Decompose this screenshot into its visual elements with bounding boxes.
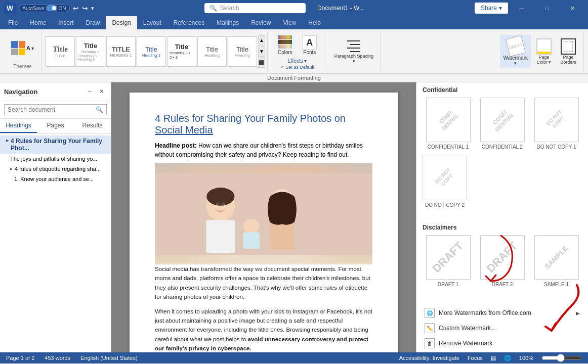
- nav-tab-pages[interactable]: Pages: [37, 119, 74, 133]
- nav-item-3-text: 1. Know your audience and se...: [14, 176, 94, 182]
- wm-more-chevron: ▶: [576, 310, 580, 316]
- colors-button[interactable]: Colors: [275, 33, 296, 57]
- ribbon-content: A ▾ Themes Title TITLE Title Heading 1 H…: [0, 29, 588, 74]
- autosave-toggle[interactable]: [46, 5, 57, 11]
- tab-draw[interactable]: Draw: [79, 16, 106, 29]
- wm-dnc2-label: DO NOT COPY 2: [425, 202, 465, 208]
- word-logo: W: [4, 3, 16, 13]
- share-chevron: ▾: [499, 5, 502, 12]
- wm-conf1-label: CONFIDENTIAL 1: [428, 144, 469, 150]
- style-scroll-buttons: ▲ ▼ ⬛: [258, 35, 265, 68]
- wm-donotcopy-1[interactable]: DO NOTCOPY DO NOT COPY 1: [531, 98, 582, 150]
- style-scroll-more[interactable]: ⬛: [258, 58, 265, 68]
- wm-conf1-thumb: CONFIDENTIAL: [426, 98, 471, 142]
- tab-review[interactable]: Review: [245, 16, 277, 29]
- nav-search-field[interactable]: [8, 106, 96, 113]
- tab-design[interactable]: Design: [106, 16, 137, 29]
- share-button[interactable]: Share ▾: [475, 3, 508, 14]
- style-3[interactable]: Title Heading 1: [137, 36, 166, 67]
- ribbon-group-para-spacing: Paragraph Spacing ▾: [327, 31, 381, 71]
- set-default-button[interactable]: ✓ Set as Default: [280, 65, 314, 70]
- title-bar-search[interactable]: 🔍 Search: [204, 3, 306, 13]
- tab-view[interactable]: View: [277, 16, 303, 29]
- tab-home[interactable]: Home: [24, 16, 52, 29]
- style-5[interactable]: Title Heading: [197, 36, 227, 67]
- zoom-percent[interactable]: 100%: [519, 355, 533, 361]
- style-scroll-up[interactable]: ▲: [258, 35, 265, 46]
- tab-layout[interactable]: Layout: [137, 16, 167, 29]
- watermark-icon: DRAFT: [506, 35, 526, 57]
- nav-item-2[interactable]: ▸ 4 rules of etiquette regarding sha...: [0, 164, 111, 174]
- ribbon-group-themes: A ▾ Themes: [4, 31, 41, 71]
- style-1[interactable]: Title Heading 1 Heading 2 ▪ Heading 3: [76, 36, 105, 67]
- wm-donotcopy-2[interactable]: DO NOTCOPY DO NOT COPY 2: [423, 156, 467, 208]
- wm-save-selection[interactable]: 💾 Save Selection to Watermark Gallery...: [423, 351, 582, 352]
- wm-draft-2[interactable]: DRAFT DRAFT 2: [477, 235, 528, 287]
- wm-confidential-1[interactable]: CONFIDENTIAL CONFIDENTIAL 1: [423, 98, 474, 150]
- page-borders-button[interactable]: Page Borders: [557, 36, 579, 67]
- effects-button[interactable]: Effects ▾: [287, 58, 307, 64]
- nav-item-0[interactable]: ▸ 4 Rules for Sharing Your Family Phot..…: [0, 135, 111, 154]
- fonts-button[interactable]: A Fonts: [300, 33, 320, 57]
- family-illustration: [155, 163, 372, 264]
- wm-donotcopy-row: DO NOTCOPY DO NOT COPY 2: [423, 156, 582, 208]
- nav-tab-results[interactable]: Results: [74, 119, 111, 133]
- title-bar-left: W AutoSave ON ↩ ↪ ▾: [4, 3, 94, 13]
- tab-file[interactable]: File: [2, 16, 24, 29]
- nav-item-3[interactable]: 1. Know your audience and se...: [0, 174, 111, 184]
- layout-web-icon[interactable]: 🌐: [504, 355, 511, 361]
- nav-search-icon[interactable]: 🔍: [96, 106, 103, 113]
- maximize-button[interactable]: □: [535, 0, 559, 16]
- wm-remove-watermark[interactable]: 🗑 Remove Watermark: [423, 336, 582, 351]
- wm-conf2-label: CONFIDENTIAL 2: [482, 144, 523, 150]
- page-color-button[interactable]: Page Color ▾: [533, 36, 555, 67]
- nav-tab-headings[interactable]: Headings: [0, 119, 37, 133]
- nav-close-button[interactable]: ✕: [97, 86, 107, 97]
- undo-icon[interactable]: ↩: [73, 4, 79, 12]
- nav-item-2-text: 4 rules of etiquette regarding sha...: [15, 166, 101, 172]
- wm-confidential-2[interactable]: CONFIDENTIAL CONFIDENTIAL 2: [477, 98, 528, 150]
- wm-sample-1[interactable]: SAMPLE SAMPLE 1: [531, 235, 582, 287]
- doc-family-photo: [155, 163, 372, 264]
- family-photo-inner: [155, 163, 372, 264]
- wm-conf2-thumb: CONFIDENTIAL: [480, 98, 525, 142]
- themes-chevron: ▾: [31, 46, 34, 51]
- para-spacing-button[interactable]: Paragraph Spacing ▾: [331, 37, 376, 66]
- wm-custom-label: Custom Watermark...: [439, 325, 496, 332]
- style-6[interactable]: Title Heading: [228, 36, 257, 67]
- tab-references[interactable]: References: [167, 16, 211, 29]
- tab-mailings[interactable]: Mailings: [211, 16, 245, 29]
- title-bar-right: Share ▾ — □ ✕: [475, 0, 584, 16]
- doc-body-p2: When it comes to uploading a photo with …: [155, 307, 372, 352]
- document-area: 4 Rules for Sharing Your Family Photos o…: [111, 82, 416, 352]
- watermark-ribbon-button[interactable]: DRAFT Watermark ▾: [500, 35, 531, 68]
- minimize-button[interactable]: —: [510, 0, 533, 16]
- close-button[interactable]: ✕: [561, 0, 584, 16]
- tab-help[interactable]: Help: [302, 16, 327, 29]
- autosave-badge[interactable]: AutoSave ON: [19, 4, 69, 12]
- wm-draft-1[interactable]: DRAFT DRAFT 1: [423, 235, 474, 287]
- themes-button[interactable]: A ▾: [8, 39, 37, 57]
- wm-more-watermarks[interactable]: 🌐 More Watermarks from Office.com ▶: [423, 305, 582, 321]
- style-title[interactable]: Title TITLE: [46, 36, 75, 67]
- focus-button[interactable]: Focus: [468, 355, 483, 361]
- redo-icon[interactable]: ↪: [82, 4, 88, 12]
- layout-normal-icon[interactable]: ▤: [491, 355, 496, 361]
- doc-body: Social media has transformed the way we …: [155, 264, 372, 352]
- wm-custom-icon: ✏️: [425, 323, 435, 333]
- style-2[interactable]: TITLE HEADING 1: [106, 36, 136, 67]
- wm-draft2-label: DRAFT 2: [492, 282, 513, 287]
- doc-title-link[interactable]: Social Media: [155, 124, 213, 135]
- tab-insert[interactable]: Insert: [52, 16, 79, 29]
- zoom-slider[interactable]: [541, 354, 582, 361]
- accessibility-info[interactable]: Accessibility: Investigate: [399, 355, 459, 361]
- status-right: Accessibility: Investigate Focus ▤ 🌐 100…: [399, 354, 582, 361]
- wm-custom-watermark[interactable]: ✏️ Custom Watermark...: [423, 321, 582, 336]
- language[interactable]: English (United States): [80, 355, 138, 361]
- style-scroll-down[interactable]: ▼: [258, 47, 265, 57]
- nav-collapse-button[interactable]: −: [85, 86, 95, 97]
- style-4[interactable]: Title Heading 1 ▪ 2 ▪ 3: [167, 36, 196, 67]
- nav-item-1[interactable]: The joys and pitfalls of sharing yo...: [0, 154, 111, 164]
- wm-disclaimers-section: Disclaimers DRAFT DRAFT 1 DRAFT: [416, 220, 588, 297]
- themes-label: Themes: [13, 64, 31, 69]
